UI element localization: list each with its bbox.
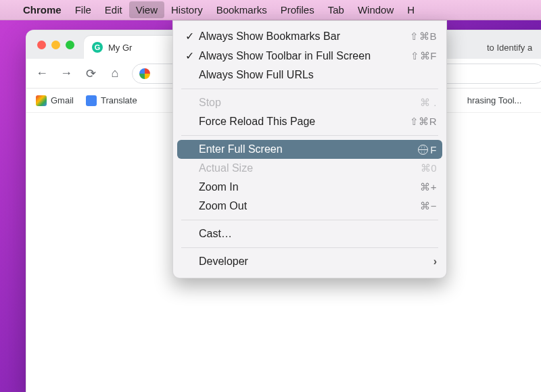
menubar-tab[interactable]: Tab: [321, 1, 351, 18]
menu-shortcut: ⌘0: [421, 162, 437, 174]
tab-title: to Identify a: [487, 43, 532, 53]
home-button[interactable]: ⌂: [108, 66, 122, 80]
menu-shortcut: F: [418, 144, 437, 155]
menu-item-developer[interactable]: Developer›: [173, 252, 446, 271]
back-button[interactable]: ←: [34, 66, 49, 80]
menu-item-always-show-toolbar-in-full-screen[interactable]: ✓Always Show Toolbar in Full Screen⇧⌘F: [173, 46, 446, 66]
menu-item-label: Enter Full Screen: [199, 143, 411, 155]
menu-shortcut: ⌘+: [420, 181, 437, 193]
menu-item-label: Force Reload This Page: [199, 116, 403, 128]
menu-item-label: Zoom In: [199, 181, 413, 193]
menu-item-label: Actual Size: [199, 162, 414, 174]
menubar-file[interactable]: File: [68, 1, 98, 18]
bookmark-label: Gmail: [51, 95, 74, 105]
menu-shortcut: ⇧⌘B: [410, 30, 437, 43]
bookmark-phrasing[interactable]: hrasing Tool...: [467, 95, 522, 105]
menu-item-label: Always Show Full URLs: [199, 69, 437, 81]
menubar-help[interactable]: H: [400, 1, 421, 18]
window-close-icon[interactable]: [37, 41, 46, 49]
traffic-lights: [37, 41, 74, 49]
check-icon: ✓: [183, 49, 196, 62]
menu-item-actual-size: Actual Size⌘0: [173, 159, 446, 178]
menu-shortcut: ⌘ .: [420, 97, 437, 109]
menubar-app[interactable]: Chrome: [16, 1, 68, 18]
browser-tab[interactable]: to Identify a ✕: [479, 36, 541, 59]
menu-shortcut: ⌘−: [420, 200, 437, 212]
menu-item-label: Zoom Out: [199, 200, 413, 212]
translate-icon: [86, 95, 97, 106]
menu-item-always-show-full-urls[interactable]: Always Show Full URLs: [173, 66, 446, 84]
bookmark-translate[interactable]: Translate: [86, 95, 137, 106]
tab-favicon: G: [92, 42, 103, 53]
menu-item-cast[interactable]: Cast…: [173, 224, 446, 243]
menu-item-enter-full-screen[interactable]: Enter Full ScreenF: [177, 140, 442, 159]
menu-item-zoom-out[interactable]: Zoom Out⌘−: [173, 197, 446, 216]
macos-menubar: Chrome File Edit View History Bookmarks …: [0, 0, 541, 20]
menubar-profiles[interactable]: Profiles: [274, 1, 321, 18]
window-zoom-icon[interactable]: [66, 41, 74, 49]
menu-shortcut: ⇧⌘R: [410, 116, 437, 128]
forward-button[interactable]: →: [59, 66, 74, 80]
menu-item-stop: Stop⌘ .: [173, 93, 446, 112]
check-icon: ✓: [183, 30, 196, 43]
bookmark-label: hrasing Tool...: [467, 95, 522, 105]
google-icon: [139, 68, 150, 79]
tab-title: My Gr: [108, 43, 132, 53]
window-minimize-icon[interactable]: [51, 41, 60, 49]
menu-shortcut: ⇧⌘F: [410, 50, 437, 62]
reload-button[interactable]: ⟳: [83, 66, 98, 81]
menubar-bookmarks[interactable]: Bookmarks: [210, 1, 274, 18]
menu-item-label: Cast…: [199, 228, 437, 240]
menubar-history[interactable]: History: [164, 1, 210, 18]
menu-item-force-reload-this-page[interactable]: Force Reload This Page⇧⌘R: [173, 112, 446, 131]
bookmark-gmail[interactable]: Gmail: [36, 95, 74, 106]
menu-item-label: Always Show Toolbar in Full Screen: [199, 50, 404, 62]
menu-item-label: Developer: [199, 255, 433, 268]
gmail-icon: [36, 95, 47, 106]
menubar-view[interactable]: View: [129, 1, 164, 18]
menu-item-label: Always Show Bookmarks Bar: [199, 30, 403, 43]
globe-icon: [418, 145, 428, 155]
submenu-arrow-icon: ›: [433, 255, 437, 268]
menubar-window[interactable]: Window: [351, 1, 400, 18]
menu-item-always-show-bookmarks-bar[interactable]: ✓Always Show Bookmarks Bar⇧⌘B: [173, 26, 446, 46]
menu-item-label: Stop: [199, 97, 413, 109]
bookmark-label: Translate: [101, 95, 137, 105]
menubar-edit[interactable]: Edit: [98, 1, 129, 18]
menu-item-zoom-in[interactable]: Zoom In⌘+: [173, 178, 446, 197]
view-menu-dropdown: ✓Always Show Bookmarks Bar⇧⌘B✓Always Sho…: [172, 20, 447, 278]
